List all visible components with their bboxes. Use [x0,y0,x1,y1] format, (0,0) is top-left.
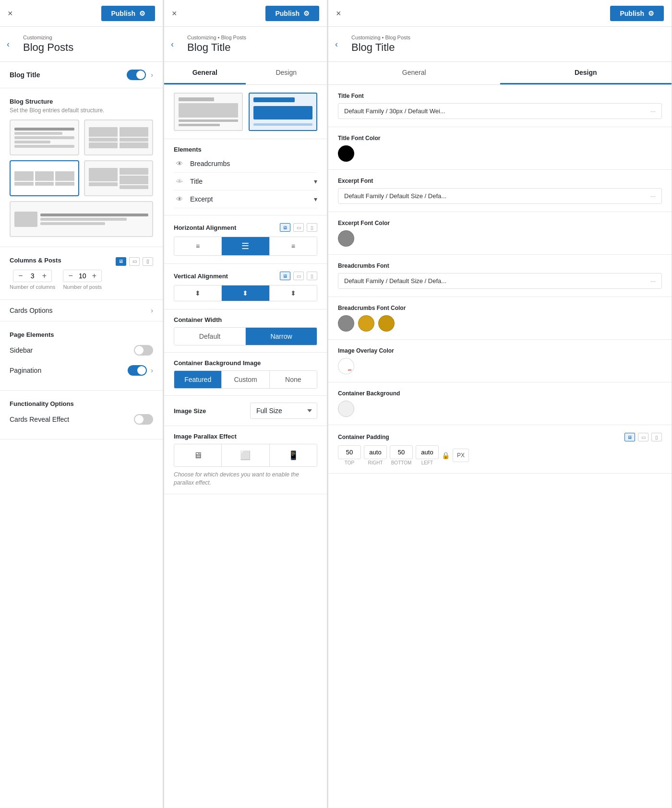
stepper-posts-minus[interactable]: − [67,272,73,280]
bg-none-btn[interactable]: None [270,371,317,388]
panel3-container-padding: Container Padding 🖥 ▭ ▯ TOP RIGHT BOTTOM [328,425,672,474]
stepper-group: − 3 + Number of columns − 10 + Number of… [10,270,153,290]
panel2-layout-preview [164,85,327,139]
structure-card-5[interactable] [10,201,153,237]
align-left-btn[interactable]: ≡ [174,237,222,255]
excerpt-dropdown-arrow[interactable]: ▾ [314,195,317,203]
stepper-columns-plus[interactable]: + [41,272,48,280]
breadcrumbs-font-row[interactable]: Default Family / Default Size / Defa... … [338,273,662,289]
view-icon-tablet[interactable]: ▭ [129,257,140,266]
padding-tablet-icon[interactable]: ▭ [638,433,648,441]
parallax-mobile-btn[interactable]: 📱 [270,444,317,466]
panel3-back-button[interactable]: ‹ [335,39,338,49]
title-dropdown-arrow[interactable]: ▾ [314,178,317,185]
v-align-desktop-icon[interactable]: 🖥 [280,272,290,280]
title-color-row [338,145,662,162]
panel2-close-button[interactable]: × [172,9,177,18]
panel2-h-alignment: Horizontal Alignment 🖥 ▭ ▯ ≡ ☰ ≡ [164,215,327,264]
panel2-publish-button[interactable]: Publish ⚙ [265,6,319,21]
panel1-publish-button[interactable]: Publish ⚙ [101,6,155,21]
overlay-color-row: ✏ [338,358,662,374]
stepper-columns-minus[interactable]: − [17,272,24,280]
panel3-tab-design[interactable]: Design [500,62,672,84]
panel1-blog-structure: Blog Structure Set the Blog entries defa… [0,88,163,247]
cards-options-chevron: › [151,307,153,314]
preview-card-2[interactable] [249,93,318,131]
element-row-title: 👁 Title ▾ [174,173,317,190]
breadcrumbs-color-swatch-2[interactable] [358,315,374,332]
padding-mobile-icon[interactable]: ▯ [651,433,662,441]
breadcrumbs-color-swatch-3[interactable] [378,315,395,332]
title-font-row[interactable]: Default Family / 30px / Default Wei... ·… [338,103,662,119]
structure-card-2[interactable] [84,119,154,155]
panel3-close-button[interactable]: × [336,9,341,18]
breadcrumbs-font-more[interactable]: ··· [650,277,656,285]
sidebar-toggle[interactable] [134,345,153,356]
parallax-label: Image Parallax Effect [174,433,237,440]
title-font-more[interactable]: ··· [650,107,656,115]
h-align-tablet-icon[interactable]: ▭ [293,223,304,232]
padding-top-input[interactable] [338,445,361,459]
valign-top-btn[interactable]: ⬍ [174,285,222,301]
pagination-toggle[interactable] [128,365,147,376]
padding-left-input[interactable] [416,445,439,459]
excerpt-color-swatch[interactable] [338,230,354,247]
excerpt-font-more[interactable]: ··· [650,192,656,200]
structure-card-1[interactable] [10,119,79,155]
panel1-close-button[interactable]: × [8,9,13,18]
h-align-desktop-icon[interactable]: 🖥 [280,223,290,232]
align-center-btn[interactable]: ☰ [222,237,269,255]
title-color-swatch[interactable] [338,145,354,162]
padding-desktop-icon[interactable]: 🖥 [624,433,635,441]
tab-general[interactable]: General [164,62,246,84]
h-align-mobile-icon[interactable]: ▯ [307,223,317,232]
panel1-blog-title-toggle[interactable] [127,70,146,80]
preview-card-1[interactable] [174,93,243,131]
panel3-publish-label: Publish [620,10,644,17]
panel2-back-button[interactable]: ‹ [171,39,174,49]
panel1-blog-title-chevron: › [151,71,153,79]
v-align-tablet-icon[interactable]: ▭ [293,272,304,280]
panel3-gear-icon[interactable]: ⚙ [648,10,654,17]
structure-card-4[interactable] [84,160,154,196]
excerpt-font-row[interactable]: Default Family / Default Size / Defa... … [338,188,662,204]
padding-unit-btn[interactable]: PX [453,449,469,462]
breadcrumbs-color-swatch-1[interactable] [338,315,354,332]
width-default-btn[interactable]: Default [174,328,246,345]
bg-featured-btn[interactable]: Featured [174,371,222,388]
view-icon-desktop[interactable]: 🖥 [116,257,126,266]
breadcrumbs-visibility-icon[interactable]: 👁 [174,160,185,167]
title-visibility-icon[interactable]: 👁 [174,178,185,185]
valign-middle-btn[interactable]: ⬍ [222,285,269,301]
parallax-tablet-btn[interactable]: ⬜ [222,444,269,466]
panel1-gear-icon[interactable]: ⚙ [139,10,145,17]
cards-reveal-toggle[interactable] [134,414,153,425]
padding-bottom-input[interactable] [390,445,413,459]
view-icon-mobile[interactable]: ▯ [143,257,153,266]
padding-right-input[interactable] [364,445,387,459]
title-font-color-label: Title Font Color [338,135,662,142]
panel3-tab-general[interactable]: General [328,62,500,84]
panel3-header: ‹ Customizing • Blog Posts Blog Title [328,27,672,62]
align-right-btn[interactable]: ≡ [270,237,317,255]
parallax-desktop-btn[interactable]: 🖥 [174,444,222,466]
panel1-cards-options[interactable]: Cards Options › [0,300,163,321]
image-size-select[interactable]: Full Size Large Medium Thumbnail [250,403,317,419]
container-bg-swatch[interactable] [338,401,354,417]
tab-design[interactable]: Design [246,62,327,84]
elements-title: Elements [174,146,317,153]
v-align-mobile-icon[interactable]: ▯ [307,272,317,280]
panel3-publish-button[interactable]: Publish ⚙ [610,6,664,21]
excerpt-visibility-icon[interactable]: 👁 [174,195,185,203]
bg-custom-btn[interactable]: Custom [222,371,269,388]
padding-lock-icon[interactable]: 🔒 [442,452,450,459]
structure-card-3[interactable] [10,160,79,196]
panel2-gear-icon[interactable]: ⚙ [303,10,310,17]
panel1-back-button[interactable]: ‹ [7,39,10,49]
panel1-blog-title-row[interactable]: Blog Title › [0,62,163,88]
valign-bottom-btn[interactable]: ⬍ [270,285,317,301]
width-narrow-btn[interactable]: Narrow [246,328,317,345]
stepper-posts-plus[interactable]: + [91,272,97,280]
parallax-icons: 🖥 ⬜ 📱 [174,444,317,467]
overlay-color-swatch[interactable]: ✏ [338,358,354,374]
